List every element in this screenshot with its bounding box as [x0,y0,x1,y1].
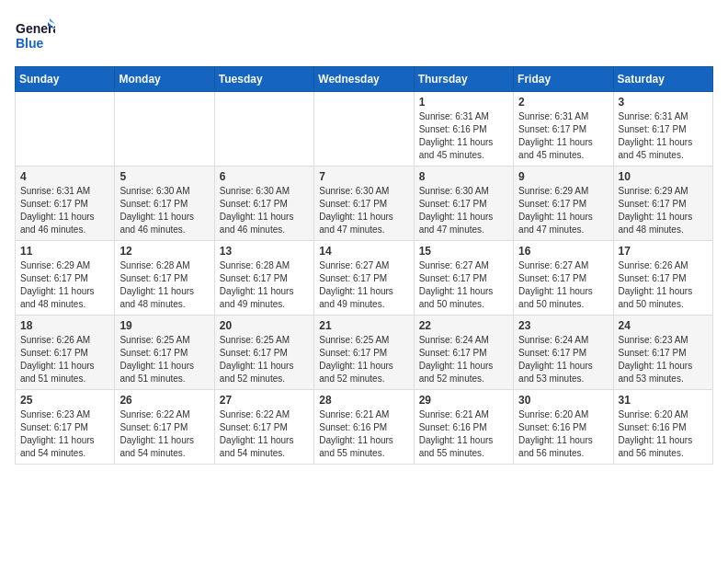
sunset-text: Sunset: 6:17 PM [619,198,708,211]
daylight-text: Daylight: 11 hours and 54 minutes. [119,434,209,460]
calendar-cell: 27Sunrise: 6:22 AMSunset: 6:17 PMDayligh… [214,390,313,465]
day-info: Sunrise: 6:24 AMSunset: 6:17 PMDaylight:… [419,334,508,385]
calendar-cell: 19Sunrise: 6:25 AMSunset: 6:17 PMDayligh… [115,316,214,390]
calendar-cell: 18Sunrise: 6:26 AMSunset: 6:17 PMDayligh… [16,316,115,390]
day-number: 15 [419,245,508,258]
day-info: Sunrise: 6:21 AMSunset: 6:16 PMDaylight:… [419,408,508,460]
day-info: Sunrise: 6:23 AMSunset: 6:17 PMDaylight:… [619,334,708,385]
day-info: Sunrise: 6:29 AMSunset: 6:17 PMDaylight:… [20,259,109,311]
daylight-text: Daylight: 11 hours and 53 minutes. [619,360,708,385]
calendar-cell: 6Sunrise: 6:30 AMSunset: 6:17 PMDaylight… [214,167,313,241]
sunrise-text: Sunrise: 6:30 AM [119,185,209,198]
sunset-text: Sunset: 6:17 PM [20,347,109,360]
calendar-cell: 13Sunrise: 6:28 AMSunset: 6:17 PMDayligh… [214,241,313,316]
daylight-text: Daylight: 11 hours and 56 minutes. [518,434,608,460]
sunset-text: Sunset: 6:17 PM [319,198,408,211]
daylight-text: Daylight: 11 hours and 48 minutes. [20,285,109,311]
calendar-cell: 26Sunrise: 6:22 AMSunset: 6:17 PMDayligh… [115,390,214,465]
sunrise-text: Sunrise: 6:27 AM [319,259,408,272]
day-info: Sunrise: 6:21 AMSunset: 6:16 PMDaylight:… [319,408,408,460]
calendar-cell: 1Sunrise: 6:31 AMSunset: 6:16 PMDaylight… [414,92,513,167]
sunset-text: Sunset: 6:17 PM [119,198,209,211]
day-info: Sunrise: 6:31 AMSunset: 6:17 PMDaylight:… [619,110,708,162]
day-info: Sunrise: 6:27 AMSunset: 6:17 PMDaylight:… [319,259,408,311]
calendar-week-row: 11Sunrise: 6:29 AMSunset: 6:17 PMDayligh… [16,241,713,316]
calendar-cell: 31Sunrise: 6:20 AMSunset: 6:16 PMDayligh… [613,390,712,465]
day-info: Sunrise: 6:25 AMSunset: 6:17 PMDaylight:… [119,334,209,385]
sunrise-text: Sunrise: 6:23 AM [20,408,109,421]
sunset-text: Sunset: 6:17 PM [220,198,309,211]
day-header-wednesday: Wednesday [314,67,414,92]
day-info: Sunrise: 6:30 AMSunset: 6:17 PMDaylight:… [220,185,309,236]
day-number: 1 [419,96,508,109]
page-header: General Blue [15,15,713,55]
day-info: Sunrise: 6:24 AMSunset: 6:17 PMDaylight:… [518,334,608,385]
sunrise-text: Sunrise: 6:27 AM [419,259,508,272]
day-info: Sunrise: 6:27 AMSunset: 6:17 PMDaylight:… [419,259,508,311]
daylight-text: Daylight: 11 hours and 45 minutes. [419,136,508,162]
calendar-cell: 4Sunrise: 6:31 AMSunset: 6:17 PMDaylight… [16,167,115,241]
calendar-cell: 25Sunrise: 6:23 AMSunset: 6:17 PMDayligh… [16,390,115,465]
sunset-text: Sunset: 6:17 PM [518,123,608,136]
sunrise-text: Sunrise: 6:25 AM [119,334,209,347]
sunset-text: Sunset: 6:17 PM [419,272,508,285]
daylight-text: Daylight: 11 hours and 48 minutes. [619,211,708,236]
day-number: 24 [619,319,708,332]
logo-svg: General Blue [15,15,55,55]
daylight-text: Daylight: 11 hours and 54 minutes. [20,434,109,460]
sunset-text: Sunset: 6:16 PM [518,421,608,434]
sunset-text: Sunset: 6:17 PM [419,198,508,211]
daylight-text: Daylight: 11 hours and 47 minutes. [319,211,408,236]
sunrise-text: Sunrise: 6:23 AM [619,334,708,347]
daylight-text: Daylight: 11 hours and 47 minutes. [518,211,608,236]
daylight-text: Daylight: 11 hours and 49 minutes. [319,285,408,311]
daylight-text: Daylight: 11 hours and 55 minutes. [319,434,408,460]
daylight-text: Daylight: 11 hours and 54 minutes. [220,434,309,460]
day-header-tuesday: Tuesday [214,67,313,92]
daylight-text: Daylight: 11 hours and 45 minutes. [619,136,708,162]
calendar-cell: 30Sunrise: 6:20 AMSunset: 6:16 PMDayligh… [514,390,613,465]
calendar-cell: 10Sunrise: 6:29 AMSunset: 6:17 PMDayligh… [613,167,712,241]
sunset-text: Sunset: 6:17 PM [419,347,508,360]
day-number: 12 [119,245,209,258]
sunrise-text: Sunrise: 6:29 AM [518,185,608,198]
sunset-text: Sunset: 6:17 PM [518,272,608,285]
sunset-text: Sunset: 6:17 PM [319,347,408,360]
daylight-text: Daylight: 11 hours and 52 minutes. [419,360,508,385]
calendar-week-row: 25Sunrise: 6:23 AMSunset: 6:17 PMDayligh… [16,390,713,465]
calendar-cell: 8Sunrise: 6:30 AMSunset: 6:17 PMDaylight… [414,167,513,241]
day-info: Sunrise: 6:23 AMSunset: 6:17 PMDaylight:… [20,408,109,460]
sunset-text: Sunset: 6:16 PM [319,421,408,434]
sunrise-text: Sunrise: 6:30 AM [419,185,508,198]
daylight-text: Daylight: 11 hours and 52 minutes. [319,360,408,385]
day-number: 9 [518,170,608,183]
sunrise-text: Sunrise: 6:31 AM [619,110,708,123]
calendar-cell: 22Sunrise: 6:24 AMSunset: 6:17 PMDayligh… [414,316,513,390]
day-info: Sunrise: 6:31 AMSunset: 6:17 PMDaylight:… [20,185,109,236]
daylight-text: Daylight: 11 hours and 49 minutes. [220,285,309,311]
calendar-cell: 14Sunrise: 6:27 AMSunset: 6:17 PMDayligh… [314,241,414,316]
day-number: 16 [518,245,608,258]
calendar-cell: 29Sunrise: 6:21 AMSunset: 6:16 PMDayligh… [414,390,513,465]
calendar-cell: 3Sunrise: 6:31 AMSunset: 6:17 PMDaylight… [613,92,712,167]
daylight-text: Daylight: 11 hours and 55 minutes. [419,434,508,460]
day-number: 11 [20,245,109,258]
sunset-text: Sunset: 6:17 PM [518,347,608,360]
day-info: Sunrise: 6:22 AMSunset: 6:17 PMDaylight:… [220,408,309,460]
day-info: Sunrise: 6:25 AMSunset: 6:17 PMDaylight:… [319,334,408,385]
sunset-text: Sunset: 6:16 PM [619,421,708,434]
sunrise-text: Sunrise: 6:31 AM [518,110,608,123]
day-number: 19 [119,319,209,332]
daylight-text: Daylight: 11 hours and 56 minutes. [619,434,708,460]
day-number: 4 [20,170,109,183]
calendar-cell: 23Sunrise: 6:24 AMSunset: 6:17 PMDayligh… [514,316,613,390]
calendar-cell: 24Sunrise: 6:23 AMSunset: 6:17 PMDayligh… [613,316,712,390]
day-info: Sunrise: 6:20 AMSunset: 6:16 PMDaylight:… [518,408,608,460]
logo: General Blue [15,15,55,55]
day-number: 31 [619,394,708,407]
day-header-monday: Monday [115,67,214,92]
calendar-cell: 21Sunrise: 6:25 AMSunset: 6:17 PMDayligh… [314,316,414,390]
day-number: 27 [220,394,309,407]
sunset-text: Sunset: 6:17 PM [619,347,708,360]
sunset-text: Sunset: 6:16 PM [419,421,508,434]
